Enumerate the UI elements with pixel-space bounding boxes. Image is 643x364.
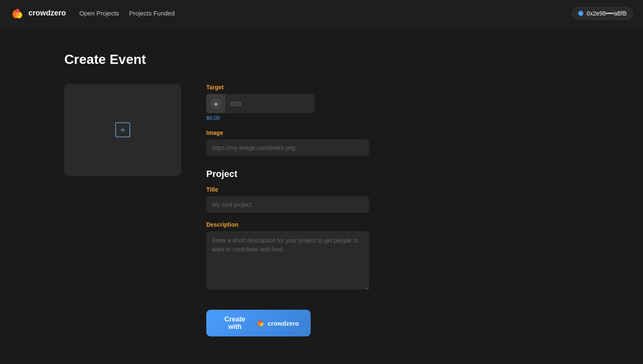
svg-point-7 (260, 322, 262, 325)
nav-links: Open Projects Projects Funded (79, 10, 572, 17)
eth-icon-button[interactable]: ◈ (206, 94, 225, 113)
title-field-group: Title (206, 186, 579, 213)
create-btn-text: Create with (218, 316, 252, 331)
image-field-group: Image (206, 129, 579, 156)
description-label: Description (206, 221, 579, 228)
navbar: crowdzero Open Projects Projects Funded … (0, 0, 643, 27)
logo-icon (10, 6, 25, 21)
create-btn-logo-icon (256, 318, 265, 328)
target-label: Target (206, 84, 579, 91)
form-layout: + Target ◈ $0.00 Image Project (64, 84, 579, 336)
description-textarea[interactable] (206, 231, 369, 290)
logo[interactable]: crowdzero (10, 6, 66, 21)
image-label: Image (206, 129, 579, 136)
create-btn-logo-text: crowdzero (268, 320, 299, 327)
description-field-group: Description (206, 221, 579, 291)
image-url-input[interactable] (206, 139, 369, 156)
target-field-group: Target ◈ $0.00 (206, 84, 579, 121)
nav-projects-funded[interactable]: Projects Funded (129, 10, 175, 17)
project-section-title: Project (206, 169, 579, 179)
logo-text: crowdzero (28, 9, 66, 18)
eth-icon: ◈ (210, 98, 221, 109)
wallet-badge[interactable]: 0x2e98••••aBfB (572, 7, 633, 20)
target-input-wrapper: ◈ (206, 94, 315, 113)
page-title: Create Event (64, 52, 579, 67)
main-content: Create Event + Target ◈ $0.00 Image (0, 27, 643, 361)
project-title-input[interactable] (206, 196, 369, 213)
target-input[interactable] (225, 95, 315, 112)
create-button[interactable]: Create with crowdzero (206, 310, 311, 336)
svg-point-3 (16, 12, 19, 16)
form-fields: Target ◈ $0.00 Image Project Title (206, 84, 579, 336)
image-upload-box[interactable]: + (64, 84, 181, 176)
add-image-icon: + (115, 122, 130, 137)
target-usd-value: $0.00 (206, 115, 579, 121)
title-label: Title (206, 186, 579, 193)
create-btn-logo-area: crowdzero (256, 318, 299, 328)
wallet-address: 0x2e98••••aBfB (587, 10, 627, 17)
nav-open-projects[interactable]: Open Projects (79, 10, 119, 17)
wallet-status-dot (578, 11, 583, 16)
